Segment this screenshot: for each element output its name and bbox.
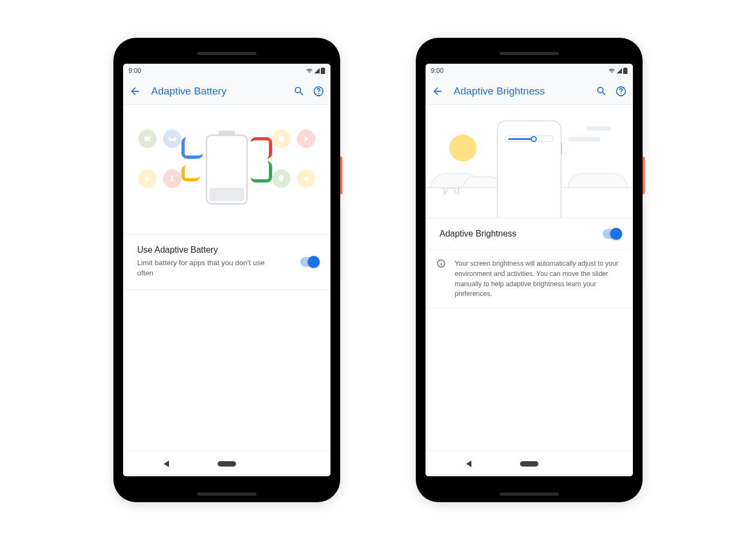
illustration-brightness [426,105,633,218]
status-bar: 9:00 [426,64,633,78]
setting-row-adaptive-battery[interactable]: Use Adaptive Battery Limit battery for a… [123,234,330,290]
svg-point-7 [304,177,308,181]
svg-rect-1 [322,68,324,69]
illustration-battery [123,105,330,234]
bench-graphic [441,187,462,195]
svg-point-3 [318,93,319,94]
search-icon [596,85,608,97]
svg-rect-0 [321,68,325,74]
back-button[interactable] [431,85,444,98]
phone-power-button [340,157,342,194]
navigation-bar [426,450,633,476]
status-icons [306,68,325,74]
arrow-left-icon [431,85,443,97]
toggle-switch[interactable] [300,257,319,267]
phone-volume-button [340,205,342,281]
phone-speaker-top [500,52,559,55]
wifi-icon [608,68,616,74]
svg-rect-9 [625,68,626,69]
svg-point-5 [171,176,173,178]
screen: 9:00 Adaptive Brightness [426,64,633,476]
app-bar: Adaptive Battery [123,78,330,105]
battery-icon [623,68,627,74]
setting-subtitle: Limit battery for apps that you don't us… [137,258,267,279]
svg-point-14 [441,261,442,262]
setting-row-adaptive-brightness[interactable]: Adaptive Brightness [426,218,633,250]
nav-back-icon[interactable] [466,461,471,467]
help-icon [313,85,325,97]
phone-speaker-bottom [500,492,559,496]
screen: 9:00 Adaptive Battery [123,64,330,476]
wifi-icon [306,68,313,74]
cellular-icon [314,68,320,73]
empty-area [123,290,330,450]
status-time: 9:00 [129,67,141,75]
phone-frame: 9:00 Adaptive Battery [113,38,340,502]
empty-area [426,308,633,450]
battery-graphic [206,134,248,205]
search-button[interactable] [293,85,306,98]
page-title: Adaptive Battery [151,85,293,97]
setting-title: Use Adaptive Battery [137,245,294,255]
help-icon [615,85,627,97]
sun-graphic [449,134,476,161]
status-bar: 9:00 [123,64,330,78]
info-row: Your screen brightness will automaticall… [426,250,633,308]
svg-rect-4 [145,137,151,141]
info-icon [436,259,446,299]
search-button[interactable] [595,85,608,98]
arrow-left-icon [129,85,141,97]
svg-rect-6 [279,136,284,142]
nav-home-pill[interactable] [520,461,538,467]
mini-phone-graphic [497,120,562,218]
phone-volume-button [643,205,645,281]
page-title: Adaptive Brightness [454,85,595,97]
status-icons [608,68,627,74]
battery-icon [321,68,325,74]
back-button[interactable] [129,85,141,98]
toggle-switch[interactable] [603,229,621,239]
svg-rect-8 [623,68,627,74]
nav-home-pill[interactable] [218,461,236,467]
nav-back-icon[interactable] [164,461,169,467]
help-button[interactable] [312,85,325,98]
app-bar: Adaptive Brightness [426,78,633,105]
cellular-icon [617,68,622,73]
phone-power-button [643,157,645,194]
phone-frame: 9:00 Adaptive Brightness [416,38,643,502]
info-description: Your screen brightness will automaticall… [455,259,621,299]
phone-speaker-top [197,52,256,55]
svg-point-11 [620,93,622,94]
help-button[interactable] [615,85,627,98]
phone-speaker-bottom [197,492,256,496]
search-icon [293,85,305,97]
navigation-bar [123,450,330,476]
setting-title: Adaptive Brightness [440,229,596,239]
status-time: 9:00 [431,67,443,75]
